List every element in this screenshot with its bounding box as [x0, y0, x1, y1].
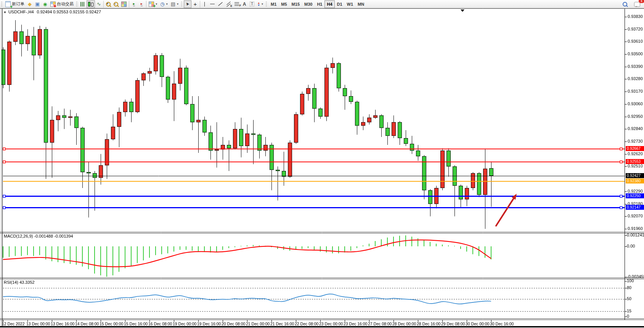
price-badge: 0.92147	[626, 205, 644, 210]
chart-shift-button[interactable]: ▸	[138, 0, 145, 8]
terminal-button[interactable]: ▣	[34, 0, 41, 8]
chevron-down-icon: ▾	[166, 2, 168, 6]
search-button[interactable]	[621, 0, 629, 8]
search-icon	[623, 2, 627, 6]
timeframe-m30-button[interactable]: M30	[302, 0, 315, 8]
zoom-out-icon: −	[114, 2, 118, 6]
main-toolbar: + 新订单 ◆ ▣ ◉ 自动交易 ∿ + − ▸ ▸ +▾ ◷▾ ▤▾ ➤ + …	[0, 0, 644, 8]
new-chart-icon: +	[149, 2, 154, 7]
new-order-label: 新订单	[12, 1, 24, 7]
chevron-down-icon: ▾	[177, 2, 178, 6]
macd-label: MACD(12,26,9) -0.001488 -0.001394	[4, 234, 73, 238]
auto-scroll-button[interactable]: ▸	[130, 0, 138, 8]
signal-icon: ◉	[43, 2, 47, 7]
notifications-button[interactable]: 1	[633, 0, 642, 8]
toolbar-grip[interactable]	[266, 2, 267, 7]
chart-ohlc-values: 0.92494 0.92553 0.92155 0.92427	[37, 10, 101, 14]
fibonacci-icon: F	[234, 2, 239, 6]
zoom-in-button[interactable]: +	[104, 0, 112, 8]
arrows-button[interactable]: ▲▼▾	[256, 0, 265, 8]
cursor-button[interactable]: ➤	[184, 0, 191, 8]
autotrade-button[interactable]: 自动交易	[49, 0, 75, 8]
price-badge: 0.92250	[626, 193, 644, 198]
candlestick-chart-icon	[88, 2, 93, 6]
gold-icon: ◆	[28, 1, 32, 7]
cursor-icon: ➤	[185, 1, 191, 7]
chevron-down-icon: ▾	[156, 2, 157, 6]
candlestick-chart-button[interactable]	[87, 0, 95, 8]
mt4-window: + 新订单 ◆ ▣ ◉ 自动交易 ∿ + − ▸ ▸ +▾ ◷▾ ▤▾ ➤ + …	[0, 0, 644, 328]
periods-button[interactable]: ◷▾	[159, 0, 169, 8]
price-badge: 0.92553	[626, 159, 644, 164]
text-label-icon: T	[250, 2, 254, 6]
price-badge: 0.92667	[626, 146, 644, 151]
price-badge: 0.92427	[626, 173, 644, 178]
timeframe-h4-button[interactable]: H4	[324, 0, 334, 8]
timeframe-h1-button[interactable]: H1	[315, 0, 324, 8]
price-badge: 0.92380	[626, 178, 644, 183]
terminal-icon: ▣	[35, 1, 40, 7]
horizontal-line-button[interactable]	[209, 0, 216, 8]
chart-canvas[interactable]	[0, 8, 644, 328]
window-menu-icon[interactable]: ▼	[3, 11, 6, 14]
text-label-button[interactable]: T	[248, 0, 256, 8]
timeframe-m15-button[interactable]: M15	[289, 0, 302, 8]
line-chart-icon: ∿	[97, 1, 101, 7]
toolbar-grip[interactable]	[1, 2, 2, 7]
autotrade-icon	[50, 2, 56, 7]
templates-icon: ▤	[171, 1, 175, 7]
timeframe-m1-button[interactable]: M1	[268, 0, 279, 8]
vertical-line-icon	[204, 2, 205, 6]
timeframe-w1-button[interactable]: W1	[345, 0, 356, 8]
timeframe-mn-button[interactable]: MN	[355, 0, 366, 8]
auto-scroll-icon: ▸	[133, 2, 135, 6]
templates-button[interactable]: ▤▾	[169, 0, 180, 8]
equidistant-channel-icon: E	[226, 2, 231, 6]
gold-button[interactable]: ◆	[26, 0, 34, 8]
toolbar-grip[interactable]	[181, 2, 182, 7]
crosshair-icon: +	[194, 2, 197, 6]
vertical-line-button[interactable]	[201, 0, 209, 8]
line-chart-button[interactable]: ∿	[95, 0, 103, 8]
zoom-in-icon: +	[106, 2, 111, 6]
signal-button[interactable]: ◉	[41, 0, 49, 8]
bar-chart-button[interactable]	[79, 0, 87, 8]
timeframe-d1-button[interactable]: D1	[335, 0, 345, 8]
channel-button[interactable]: E	[225, 0, 233, 8]
chart-symbol-period: USDCHF-,H4	[8, 10, 34, 14]
text-button[interactable]: A	[241, 0, 248, 8]
periods-clock-icon: ◷	[160, 1, 164, 7]
new-order-icon: +	[5, 1, 11, 7]
autotrade-label: 自动交易	[57, 1, 74, 7]
zoom-out-button[interactable]: −	[112, 0, 120, 8]
chevron-down-icon: ▾	[262, 2, 263, 6]
chart-shift-icon: ▸	[141, 2, 143, 6]
fibonacci-button[interactable]: F	[233, 0, 241, 8]
trendline-button[interactable]	[216, 0, 225, 8]
new-chart-button[interactable]: +▾	[147, 0, 159, 8]
text-icon: A	[243, 2, 246, 7]
trendline-icon	[218, 2, 222, 6]
horizontal-line-icon	[210, 4, 215, 4]
timeframe-m5-button[interactable]: M5	[279, 0, 289, 8]
chart-title: ▼USDCHF-,H40.92494 0.92553 0.92155 0.924…	[3, 10, 101, 14]
notification-badge: 1	[639, 0, 644, 3]
arrows-icon: ▲▼	[257, 2, 260, 6]
bar-chart-icon	[80, 2, 85, 6]
new-order-button[interactable]: + 新订单	[4, 0, 26, 8]
rsi-label: RSI(14) 43.3352	[4, 280, 35, 285]
tile-windows-icon	[121, 2, 127, 7]
toolbar-grip[interactable]	[76, 2, 77, 7]
crosshair-button[interactable]: +	[191, 0, 199, 8]
tile-windows-button[interactable]	[120, 0, 128, 8]
